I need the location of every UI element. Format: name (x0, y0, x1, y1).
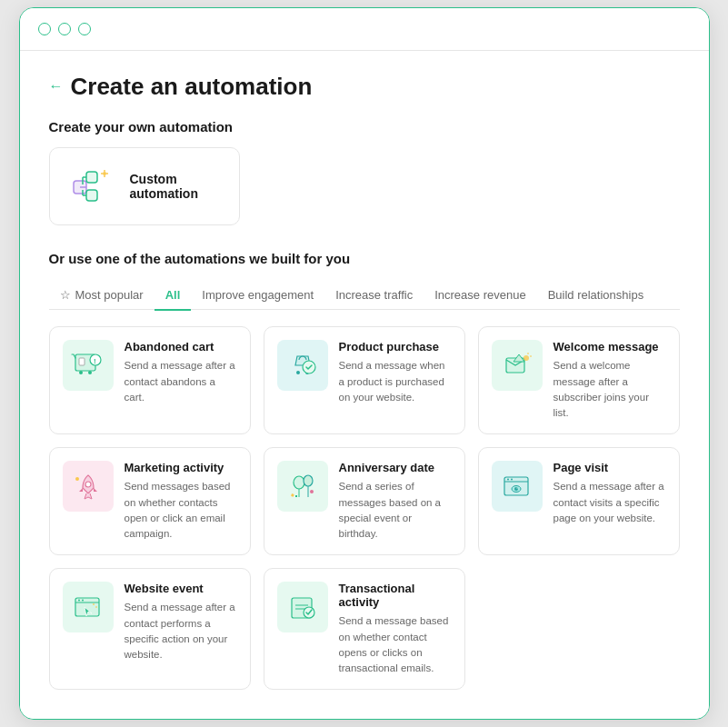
anniversary-date-text: Anniversary date Send a series of messag… (339, 461, 452, 542)
product-purchase-title: Product purchase (339, 340, 452, 354)
card-transactional-activity[interactable]: Transactional activity Send a message ba… (264, 568, 465, 690)
abandoned-cart-text: Abandoned cart Send a message after a co… (125, 340, 237, 405)
transactional-activity-desc: Send a message based on whether contact … (339, 613, 452, 676)
marketing-activity-icon (63, 461, 114, 512)
tab-build-relationships-label: Build relationships (548, 288, 644, 302)
welcome-message-desc: Send a welcome message after a subscribe… (553, 358, 666, 421)
card-page-visit[interactable]: Page visit Send a message after a contac… (478, 447, 680, 555)
star-icon: ☆ (60, 288, 71, 302)
svg-rect-32 (290, 493, 294, 497)
svg-rect-1 (86, 172, 97, 183)
tab-increase-traffic-label: Increase traffic (335, 288, 413, 302)
tab-all-label: All (165, 288, 181, 302)
custom-automation-label: Custom automation (130, 172, 221, 201)
card-abandoned-cart[interactable]: ! Abandoned cart Send a message after a … (49, 326, 251, 434)
marketing-activity-text: Marketing activity Send messages based o… (125, 461, 237, 542)
tab-all[interactable]: All (155, 281, 192, 311)
welcome-message-icon (492, 340, 543, 391)
page-visit-text: Page visit Send a message after a contac… (553, 461, 666, 526)
svg-point-23 (524, 355, 529, 361)
svg-point-38 (511, 479, 513, 481)
abandoned-cart-icon: ! (63, 340, 114, 391)
transactional-activity-title: Transactional activity (339, 582, 452, 609)
page-visit-title: Page visit (553, 461, 666, 474)
card-website-event[interactable]: Website event Send a message after a con… (49, 568, 251, 690)
page-visit-desc: Send a message after a contact visits a … (553, 479, 666, 526)
back-button[interactable]: ← (49, 78, 64, 95)
svg-point-45 (82, 600, 84, 602)
product-purchase-text: Product purchase Send a message when a p… (339, 340, 452, 405)
browser-window: ← Create an automation Create your own a… (19, 7, 710, 721)
website-event-title: Website event (125, 582, 237, 595)
svg-point-19 (296, 371, 300, 374)
tabs-container: ☆ Most popular All Improve engagement In… (49, 281, 680, 311)
website-event-desc: Send a message after a contact performs … (125, 600, 237, 662)
svg-point-27 (75, 477, 79, 481)
anniversary-date-desc: Send a series of messages based on a spe… (339, 479, 452, 542)
tab-increase-revenue[interactable]: Increase revenue (424, 281, 536, 311)
website-event-text: Website event Send a message after a con… (125, 582, 237, 662)
browser-dot-2 (58, 23, 71, 35)
browser-dot-3 (78, 23, 91, 35)
tab-most-popular-label: Most popular (75, 288, 144, 302)
abandoned-cart-desc: Send a message after a contact abandons … (125, 358, 237, 405)
welcome-message-text: Welcome message Send a welcome message a… (553, 340, 666, 421)
automation-cards-grid: ! Abandoned cart Send a message after a … (49, 326, 680, 690)
card-product-purchase[interactable]: Product purchase Send a message when a p… (264, 326, 465, 434)
custom-automation-icon (68, 163, 115, 210)
tab-improve-engagement-label: Improve engagement (202, 288, 314, 302)
svg-rect-2 (86, 190, 97, 201)
svg-point-29 (304, 475, 313, 486)
tab-increase-traffic[interactable]: Increase traffic (324, 281, 424, 311)
website-event-icon (63, 582, 114, 632)
product-purchase-desc: Send a message when a product is purchas… (339, 358, 452, 405)
page-visit-icon (492, 461, 543, 512)
tab-increase-revenue-label: Increase revenue (434, 288, 525, 302)
own-section-title: Create your own automation (49, 119, 680, 134)
svg-text:!: ! (94, 357, 96, 365)
built-section-title: Or use one of the automations we built f… (49, 251, 680, 266)
welcome-message-title: Welcome message (553, 340, 666, 354)
svg-point-26 (85, 482, 91, 487)
product-purchase-icon (277, 340, 328, 391)
transactional-activity-text: Transactional activity Send a message ba… (339, 582, 452, 676)
svg-point-41 (516, 488, 517, 489)
page-header: ← Create an automation (49, 73, 680, 101)
svg-point-15 (79, 371, 83, 374)
svg-rect-34 (295, 495, 297, 497)
svg-point-28 (294, 476, 304, 489)
tab-build-relationships[interactable]: Build relationships (537, 281, 655, 311)
abandoned-cart-title: Abandoned cart (125, 340, 237, 354)
svg-rect-14 (79, 358, 85, 365)
transactional-activity-icon (277, 582, 328, 632)
page-title: Create an automation (71, 73, 313, 101)
svg-point-33 (310, 490, 314, 493)
marketing-activity-title: Marketing activity (125, 461, 237, 474)
page-content: ← Create an automation Create your own a… (20, 51, 709, 720)
tab-most-popular[interactable]: ☆ Most popular (49, 281, 155, 311)
marketing-activity-desc: Send messages based on whether contacts … (125, 479, 237, 542)
card-marketing-activity[interactable]: Marketing activity Send messages based o… (49, 447, 251, 555)
custom-automation-card[interactable]: Custom automation (49, 147, 240, 225)
card-anniversary-date[interactable]: Anniversary date Send a series of messag… (264, 447, 465, 555)
anniversary-date-icon (277, 461, 328, 512)
anniversary-date-title: Anniversary date (339, 461, 452, 474)
tab-improve-engagement[interactable]: Improve engagement (191, 281, 324, 311)
browser-dot-1 (38, 23, 51, 35)
svg-point-44 (78, 600, 80, 602)
svg-point-8 (103, 172, 106, 175)
svg-point-37 (507, 479, 509, 481)
svg-point-16 (88, 371, 92, 374)
browser-bar (20, 8, 709, 51)
card-welcome-message[interactable]: Welcome message Send a welcome message a… (478, 326, 680, 434)
